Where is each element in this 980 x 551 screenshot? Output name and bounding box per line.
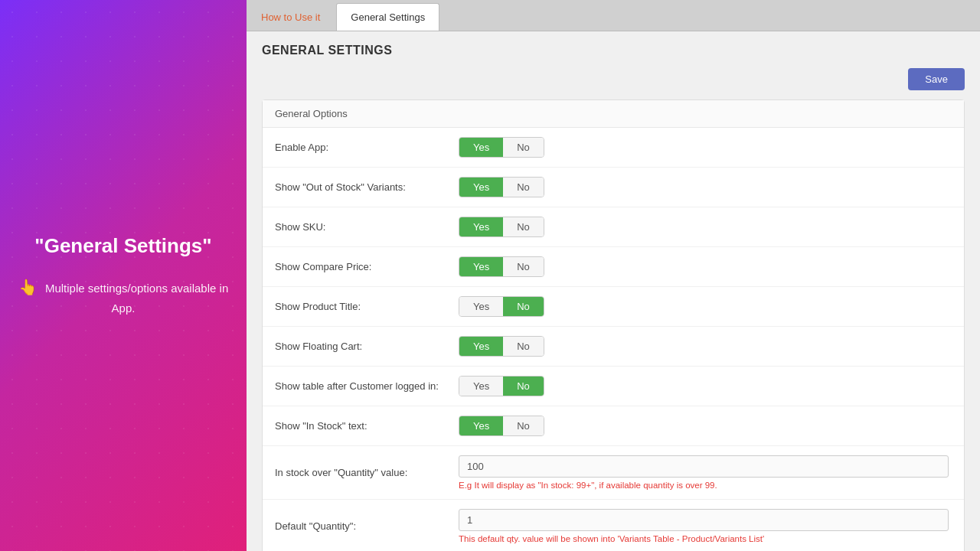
toggle-yes-show-in-stock-text[interactable]: Yes [459, 416, 503, 435]
sidebar-description: 👆 Multiple settings/options available in… [15, 275, 231, 318]
setting-control-show-in-stock-text: YesNo [459, 416, 952, 436]
settings-card: General Options Enable App:YesNoShow "Ou… [262, 99, 965, 551]
setting-row-default-quantity: Default "Quantity":This default qty. val… [263, 500, 964, 551]
setting-row-show-table-after-login: Show table after Customer logged in:YesN… [263, 367, 964, 406]
setting-row-enable-app: Enable App:YesNo [263, 128, 964, 168]
toggle-no-show-floating-cart[interactable]: No [503, 337, 544, 356]
setting-label-show-in-stock-text: Show "In Stock" text: [275, 420, 459, 432]
setting-control-show-sku: YesNo [459, 217, 952, 237]
setting-label-show-out-of-stock: Show "Out of Stock" Variants: [275, 181, 459, 193]
toggle-no-show-table-after-login[interactable]: No [503, 377, 544, 396]
toggle-yes-show-table-after-login[interactable]: Yes [459, 377, 503, 396]
toggle-group-show-floating-cart: YesNo [459, 336, 544, 357]
text-block-in-stock-quantity: E.g It will display as "In stock: 99+", … [459, 455, 952, 490]
setting-control-show-product-title: YesNo [459, 296, 952, 317]
setting-label-show-compare-price: Show Compare Price: [275, 261, 459, 272]
setting-control-show-compare-price: YesNo [459, 256, 952, 277]
tab-bar: How to Use it General Settings [247, 0, 980, 31]
hint-default-quantity: This default qty. value will be shown in… [459, 534, 952, 543]
sidebar-title: "General Settings" [15, 233, 231, 259]
setting-control-show-table-after-login: YesNo [459, 376, 952, 396]
setting-row-in-stock-quantity: In stock over "Quantity" value:E.g It wi… [263, 446, 964, 500]
toggle-no-enable-app[interactable]: No [503, 138, 544, 157]
tab-how-to-use[interactable]: How to Use it [247, 3, 335, 31]
toggle-yes-show-compare-price[interactable]: Yes [459, 257, 503, 276]
toggle-no-show-out-of-stock[interactable]: No [503, 178, 544, 197]
setting-control-show-floating-cart: YesNo [459, 336, 952, 357]
toggle-yes-enable-app[interactable]: Yes [459, 138, 503, 157]
toggle-no-show-compare-price[interactable]: No [503, 257, 544, 276]
content-area: GENERAL SETTINGS Save General Options En… [247, 31, 980, 551]
tab-general-settings[interactable]: General Settings [336, 3, 439, 31]
setting-row-show-sku: Show SKU:YesNo [263, 207, 964, 247]
text-input-in-stock-quantity[interactable] [459, 455, 949, 478]
main-panel: How to Use it General Settings GENERAL S… [247, 0, 980, 551]
setting-label-show-sku: Show SKU: [275, 221, 459, 233]
setting-label-default-quantity: Default "Quantity": [275, 520, 459, 532]
sidebar: "General Settings" 👆 Multiple settings/o… [0, 0, 247, 551]
sidebar-desc-text: Multiple settings/options available in A… [45, 282, 228, 315]
setting-control-show-out-of-stock: YesNo [459, 177, 952, 197]
toggle-yes-show-sku[interactable]: Yes [459, 217, 503, 236]
toggle-no-show-sku[interactable]: No [503, 217, 544, 236]
toggle-group-show-table-after-login: YesNo [459, 376, 544, 396]
toggle-group-show-sku: YesNo [459, 217, 544, 237]
text-input-default-quantity[interactable] [459, 509, 949, 531]
setting-row-show-compare-price: Show Compare Price:YesNo [263, 247, 964, 287]
toggle-yes-show-product-title[interactable]: Yes [459, 297, 503, 316]
setting-row-show-floating-cart: Show Floating Cart:YesNo [263, 327, 964, 367]
setting-control-in-stock-quantity: E.g It will display as "In stock: 99+", … [459, 455, 952, 490]
card-header: General Options [263, 100, 964, 128]
page-title: GENERAL SETTINGS [262, 44, 965, 57]
toggle-yes-show-floating-cart[interactable]: Yes [459, 337, 503, 356]
toggle-no-show-in-stock-text[interactable]: No [503, 416, 544, 435]
setting-row-show-in-stock-text: Show "In Stock" text:YesNo [263, 406, 964, 446]
toggle-group-enable-app: YesNo [459, 137, 544, 158]
setting-row-show-product-title: Show Product Title:YesNo [263, 287, 964, 327]
point-icon: 👆 [18, 279, 38, 295]
settings-list: Enable App:YesNoShow "Out of Stock" Vari… [263, 128, 964, 551]
toolbar: Save [262, 68, 965, 90]
toggle-group-show-product-title: YesNo [459, 296, 544, 317]
setting-label-show-product-title: Show Product Title: [275, 301, 459, 312]
setting-label-in-stock-quantity: In stock over "Quantity" value: [275, 467, 459, 478]
setting-control-enable-app: YesNo [459, 137, 952, 158]
toggle-group-show-compare-price: YesNo [459, 256, 544, 277]
toggle-group-show-out-of-stock: YesNo [459, 177, 544, 197]
setting-row-show-out-of-stock: Show "Out of Stock" Variants:YesNo [263, 168, 964, 207]
toggle-group-show-in-stock-text: YesNo [459, 416, 544, 436]
setting-control-default-quantity: This default qty. value will be shown in… [459, 509, 952, 543]
toggle-yes-show-out-of-stock[interactable]: Yes [459, 178, 503, 197]
setting-label-show-table-after-login: Show table after Customer logged in: [275, 380, 459, 392]
toggle-no-show-product-title[interactable]: No [503, 297, 544, 316]
setting-label-show-floating-cart: Show Floating Cart: [275, 341, 459, 352]
hint-in-stock-quantity: E.g It will display as "In stock: 99+", … [459, 481, 952, 490]
text-block-default-quantity: This default qty. value will be shown in… [459, 509, 952, 543]
save-button[interactable]: Save [908, 68, 965, 90]
setting-label-enable-app: Enable App: [275, 142, 459, 153]
